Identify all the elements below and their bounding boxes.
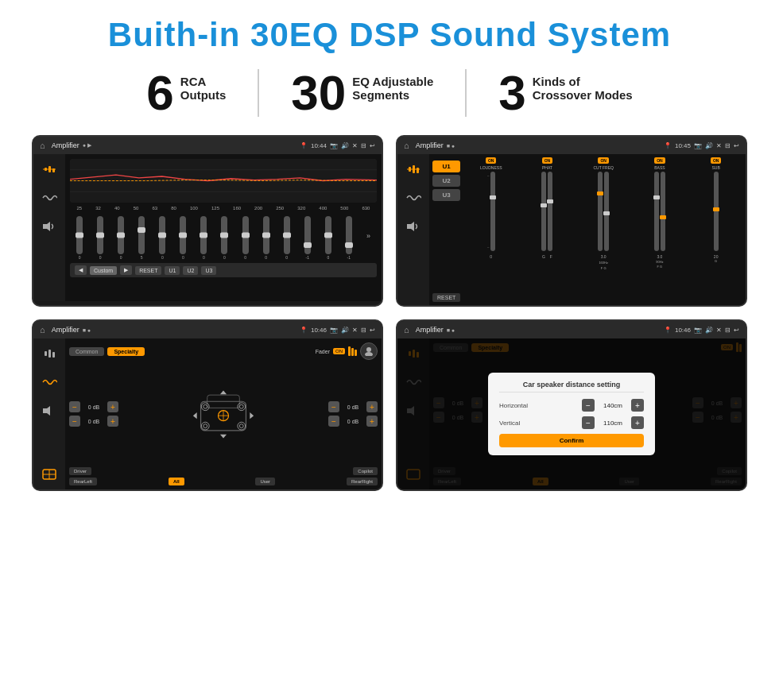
eq-icon-3[interactable] [38, 345, 60, 362]
loudness-on[interactable]: ON [486, 157, 497, 164]
speaker-icon-3[interactable] [38, 402, 60, 420]
u3-btn[interactable]: U3 [201, 266, 216, 275]
phat-thumb-1[interactable] [541, 203, 547, 207]
dialog-title: Car speaker distance setting [499, 381, 644, 393]
bass-thumb-1[interactable] [653, 195, 660, 199]
vertical-minus[interactable]: − [582, 416, 595, 429]
wave-icon-3[interactable] [38, 373, 60, 391]
bass-track-1[interactable] [654, 172, 659, 251]
cutfreq-track-2[interactable] [604, 172, 609, 251]
bass-track-2[interactable] [661, 172, 665, 251]
vertical-value: 110cm [597, 420, 629, 427]
phat-track-2[interactable] [548, 172, 552, 251]
svg-rect-11 [413, 165, 415, 173]
eq-controls: ◀ Custom ▶ RESET U1 U2 U3 [70, 263, 377, 277]
slider-14[interactable]: -1 [346, 216, 352, 260]
cutfreq-on[interactable]: ON [598, 157, 609, 164]
phat-thumb-2[interactable] [547, 199, 553, 203]
fader-on[interactable]: ON [333, 348, 345, 354]
horizontal-minus[interactable]: − [582, 399, 595, 412]
sub-on[interactable]: ON [711, 157, 722, 164]
reset-btn[interactable]: RESET [135, 266, 161, 275]
vol-minus-2[interactable]: − [69, 416, 80, 427]
u1-btn[interactable]: U1 [165, 266, 180, 275]
more-icon[interactable]: » [366, 232, 370, 240]
u2-preset[interactable]: U2 [432, 175, 460, 187]
user-btn[interactable]: User [255, 478, 275, 485]
cutfreq-track-1[interactable] [598, 172, 603, 251]
person-icon[interactable] [360, 342, 378, 360]
status-right-4: 📍 10:46 📷 🔊 ✕ ⊟ ↩ [664, 327, 739, 334]
loudness-thumb[interactable] [490, 195, 496, 199]
u3-preset[interactable]: U3 [432, 189, 460, 201]
bass-vals: 3.0 90Hz F G [656, 254, 663, 269]
loudness-track[interactable] [490, 172, 495, 251]
cutfreq-thumb-1[interactable] [597, 191, 603, 195]
vol-minus-3[interactable]: − [328, 401, 339, 412]
vol-icon-1: 🔊 [341, 142, 349, 149]
wave-icon[interactable] [38, 189, 60, 207]
rearleft-btn[interactable]: RearLeft [69, 478, 97, 485]
sub-track-1[interactable] [714, 172, 719, 251]
play-btn[interactable]: ▶ [120, 265, 132, 275]
rearright-btn[interactable]: RearRight [347, 478, 378, 485]
vol-val-1: 0 dB [83, 404, 105, 410]
reset-btn-2[interactable]: RESET [432, 293, 460, 302]
vol-row-1: − 0 dB + [69, 401, 118, 412]
svg-rect-16 [52, 352, 55, 358]
vertical-row: Vertical − 110cm + [499, 416, 644, 429]
ch-bass: ON BASS 3.0 [634, 157, 687, 302]
resize-icon-3[interactable] [38, 466, 60, 483]
time-2: 10:45 [675, 142, 691, 149]
slider-5[interactable]: 0 [159, 216, 165, 260]
slider-13[interactable]: 0 [325, 216, 331, 260]
speaker-icon[interactable] [38, 218, 60, 235]
phat-on[interactable]: ON [542, 157, 553, 164]
vol-plus-4[interactable]: + [366, 416, 378, 427]
copilot-btn[interactable]: Copilot [353, 467, 378, 475]
vol-plus-1[interactable]: + [107, 401, 118, 412]
slider-12[interactable]: -1 [304, 216, 311, 260]
vertical-label: Vertical [499, 420, 520, 427]
all-btn[interactable]: All [169, 478, 184, 485]
slider-7[interactable]: 0 [200, 216, 207, 260]
u2-btn[interactable]: U2 [183, 266, 198, 275]
slider-9[interactable]: 0 [242, 216, 249, 260]
slider-8[interactable]: 0 [221, 216, 227, 260]
horizontal-plus[interactable]: + [631, 399, 644, 412]
svg-point-21 [366, 347, 371, 352]
vertical-plus[interactable]: + [631, 416, 644, 429]
speaker-icon-2[interactable] [402, 218, 424, 235]
cutfreq-thumb-2[interactable] [603, 211, 610, 215]
eq-icon[interactable] [38, 160, 60, 178]
vol-minus-1[interactable]: − [69, 401, 80, 412]
slider-4[interactable]: 5 [138, 216, 145, 260]
stat-eq-label: EQ Adjustable Segments [352, 68, 433, 102]
confirm-button[interactable]: Confirm [499, 434, 644, 447]
prev-btn[interactable]: ◀ [75, 265, 87, 275]
specialty-tab[interactable]: Specialty [107, 347, 145, 356]
slider-6[interactable]: 0 [180, 216, 186, 260]
svg-rect-15 [48, 350, 51, 358]
driver-btn[interactable]: Driver [69, 467, 91, 475]
vol-minus-4[interactable]: − [328, 416, 339, 427]
sub-thumb-1[interactable] [713, 207, 719, 211]
slider-3[interactable]: 0 [118, 216, 124, 260]
slider-11[interactable]: 0 [284, 216, 290, 260]
svg-rect-10 [409, 167, 411, 172]
eq-icon-2[interactable] [402, 160, 424, 178]
u1-preset[interactable]: U1 [432, 160, 460, 172]
slider-10[interactable]: 0 [263, 216, 269, 260]
slider-2[interactable]: 0 [97, 216, 103, 260]
wave-icon-2[interactable] [402, 189, 424, 207]
bass-thumb-2[interactable] [660, 215, 666, 219]
vol-plus-2[interactable]: + [107, 416, 118, 427]
vol-plus-3[interactable]: + [366, 401, 378, 412]
bass-on[interactable]: ON [654, 157, 665, 164]
vol-val-4: 0 dB [342, 419, 364, 424]
slider-1[interactable]: 0 [76, 216, 83, 260]
common-tab[interactable]: Common [69, 347, 104, 356]
custom-btn[interactable]: Custom [90, 266, 117, 275]
phat-track-1[interactable] [541, 172, 546, 251]
camera-icon-3: 📷 [330, 327, 338, 334]
